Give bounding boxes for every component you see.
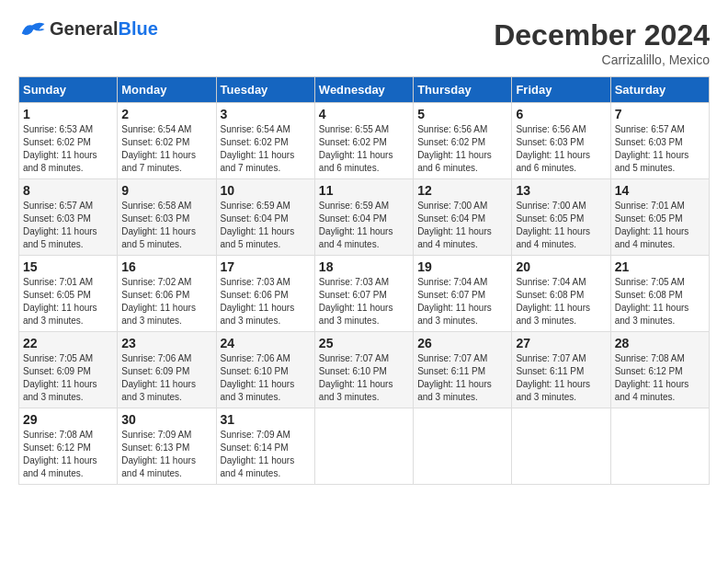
sunset-label: Sunset: 6:04 PM	[319, 213, 387, 224]
day-info: Sunrise: 6:56 AM Sunset: 6:03 PM Dayligh…	[516, 123, 606, 175]
calendar-cell: 2 Sunrise: 6:54 AM Sunset: 6:02 PM Dayli…	[118, 103, 216, 179]
daylight-label: Daylight: 11 hours and 3 minutes.	[23, 379, 97, 402]
daylight-label: Daylight: 11 hours and 5 minutes.	[221, 226, 295, 249]
sunrise-label: Sunrise: 7:08 AM	[23, 430, 93, 440]
day-number: 19	[417, 259, 507, 274]
daylight-label: Daylight: 11 hours and 5 minutes.	[23, 226, 97, 249]
sunset-label: Sunset: 6:14 PM	[221, 442, 289, 453]
sunset-label: Sunset: 6:08 PM	[615, 290, 683, 300]
sunrise-label: Sunrise: 6:53 AM	[23, 124, 93, 134]
calendar-cell: 4 Sunrise: 6:55 AM Sunset: 6:02 PM Dayli…	[314, 103, 413, 179]
day-info: Sunrise: 7:06 AM Sunset: 6:09 PM Dayligh…	[121, 352, 211, 404]
calendar-cell: 12 Sunrise: 7:00 AM Sunset: 6:04 PM Dayl…	[414, 179, 512, 256]
calendar-week-row-5: 29 Sunrise: 7:08 AM Sunset: 6:12 PM Dayl…	[19, 408, 710, 485]
calendar-cell: 25 Sunrise: 7:07 AM Sunset: 6:10 PM Dayl…	[314, 332, 413, 408]
day-info: Sunrise: 7:08 AM Sunset: 6:12 PM Dayligh…	[615, 352, 705, 404]
calendar-cell	[610, 408, 709, 485]
daylight-label: Daylight: 11 hours and 3 minutes.	[319, 303, 393, 326]
daylight-label: Daylight: 11 hours and 3 minutes.	[417, 303, 492, 326]
day-number: 9	[121, 183, 211, 198]
day-info: Sunrise: 7:03 AM Sunset: 6:07 PM Dayligh…	[319, 276, 409, 327]
day-info: Sunrise: 7:09 AM Sunset: 6:13 PM Dayligh…	[121, 429, 211, 480]
col-sunday: Sunday	[19, 77, 118, 103]
day-info: Sunrise: 7:00 AM Sunset: 6:05 PM Dayligh…	[516, 200, 606, 251]
daylight-label: Daylight: 11 hours and 4 minutes.	[221, 455, 295, 478]
day-number: 27	[516, 336, 606, 350]
day-number: 13	[516, 183, 606, 198]
title-area: December 2024 Carrizalillo, Mexico	[494, 18, 710, 67]
logo-icon	[18, 19, 46, 40]
daylight-label: Daylight: 11 hours and 4 minutes.	[615, 226, 689, 249]
sunrise-label: Sunrise: 6:58 AM	[121, 201, 191, 211]
daylight-label: Daylight: 11 hours and 4 minutes.	[23, 455, 97, 478]
calendar-cell: 9 Sunrise: 6:58 AM Sunset: 6:03 PM Dayli…	[118, 179, 216, 256]
location: Carrizalillo, Mexico	[494, 52, 710, 67]
calendar-cell: 22 Sunrise: 7:05 AM Sunset: 6:09 PM Dayl…	[19, 332, 118, 408]
logo: GeneralBlue	[18, 18, 158, 40]
sunrise-label: Sunrise: 7:05 AM	[615, 277, 685, 287]
page-header: GeneralBlue December 2024 Carrizalillo, …	[18, 18, 710, 67]
sunset-label: Sunset: 6:03 PM	[121, 213, 189, 224]
calendar-cell: 24 Sunrise: 7:06 AM Sunset: 6:10 PM Dayl…	[216, 332, 314, 408]
col-friday: Friday	[512, 77, 610, 103]
daylight-label: Daylight: 11 hours and 3 minutes.	[221, 379, 295, 402]
day-info: Sunrise: 7:04 AM Sunset: 6:08 PM Dayligh…	[516, 276, 606, 327]
day-info: Sunrise: 6:59 AM Sunset: 6:04 PM Dayligh…	[221, 200, 311, 251]
day-info: Sunrise: 6:57 AM Sunset: 6:03 PM Dayligh…	[23, 200, 113, 251]
day-number: 21	[615, 259, 705, 274]
day-number: 25	[319, 336, 409, 350]
sunset-label: Sunset: 6:03 PM	[23, 213, 91, 224]
calendar-cell: 20 Sunrise: 7:04 AM Sunset: 6:08 PM Dayl…	[512, 256, 610, 332]
day-info: Sunrise: 7:07 AM Sunset: 6:11 PM Dayligh…	[417, 352, 507, 404]
sunrise-label: Sunrise: 6:54 AM	[221, 124, 290, 134]
day-number: 26	[417, 336, 507, 350]
sunrise-label: Sunrise: 7:09 AM	[121, 430, 191, 440]
day-info: Sunrise: 6:56 AM Sunset: 6:02 PM Dayligh…	[417, 123, 507, 175]
daylight-label: Daylight: 11 hours and 4 minutes.	[615, 379, 689, 402]
sunrise-label: Sunrise: 7:09 AM	[221, 430, 290, 440]
calendar-cell: 3 Sunrise: 6:54 AM Sunset: 6:02 PM Dayli…	[216, 103, 314, 179]
calendar-cell: 31 Sunrise: 7:09 AM Sunset: 6:14 PM Dayl…	[216, 408, 314, 485]
day-info: Sunrise: 7:05 AM Sunset: 6:09 PM Dayligh…	[23, 352, 113, 404]
day-number: 28	[615, 336, 705, 350]
day-number: 17	[221, 259, 311, 274]
sunrise-label: Sunrise: 7:00 AM	[516, 201, 586, 211]
sunset-label: Sunset: 6:02 PM	[319, 137, 387, 147]
daylight-label: Daylight: 11 hours and 3 minutes.	[121, 379, 196, 402]
daylight-label: Daylight: 11 hours and 3 minutes.	[516, 303, 590, 326]
calendar-cell: 18 Sunrise: 7:03 AM Sunset: 6:07 PM Dayl…	[314, 256, 413, 332]
day-info: Sunrise: 7:05 AM Sunset: 6:08 PM Dayligh…	[615, 276, 705, 327]
sunset-label: Sunset: 6:04 PM	[221, 213, 289, 224]
sunrise-label: Sunrise: 6:56 AM	[516, 124, 586, 134]
sunset-label: Sunset: 6:11 PM	[516, 366, 584, 376]
sunset-label: Sunset: 6:02 PM	[23, 137, 91, 147]
calendar-cell: 16 Sunrise: 7:02 AM Sunset: 6:06 PM Dayl…	[118, 256, 216, 332]
daylight-label: Daylight: 11 hours and 5 minutes.	[121, 226, 196, 249]
sunset-label: Sunset: 6:07 PM	[319, 290, 387, 300]
sunset-label: Sunset: 6:06 PM	[221, 290, 289, 300]
calendar-cell: 21 Sunrise: 7:05 AM Sunset: 6:08 PM Dayl…	[610, 256, 709, 332]
sunset-label: Sunset: 6:09 PM	[23, 366, 91, 376]
calendar-week-row-1: 1 Sunrise: 6:53 AM Sunset: 6:02 PM Dayli…	[19, 103, 710, 179]
day-number: 31	[221, 412, 311, 427]
sunrise-label: Sunrise: 7:08 AM	[615, 353, 685, 363]
sunrise-label: Sunrise: 7:01 AM	[23, 277, 93, 287]
sunset-label: Sunset: 6:07 PM	[417, 290, 485, 300]
sunrise-label: Sunrise: 7:04 AM	[516, 277, 586, 287]
day-number: 29	[23, 412, 113, 427]
sunset-label: Sunset: 6:06 PM	[121, 290, 189, 300]
sunset-label: Sunset: 6:02 PM	[121, 137, 189, 147]
calendar-cell: 30 Sunrise: 7:09 AM Sunset: 6:13 PM Dayl…	[118, 408, 216, 485]
sunrise-label: Sunrise: 6:57 AM	[615, 124, 685, 134]
calendar-cell	[314, 408, 413, 485]
calendar-cell	[512, 408, 610, 485]
day-info: Sunrise: 7:07 AM Sunset: 6:11 PM Dayligh…	[516, 352, 606, 404]
day-number: 24	[221, 336, 311, 350]
sunset-label: Sunset: 6:02 PM	[417, 137, 485, 147]
calendar-cell: 11 Sunrise: 6:59 AM Sunset: 6:04 PM Dayl…	[314, 179, 413, 256]
daylight-label: Daylight: 11 hours and 8 minutes.	[23, 150, 97, 173]
sunrise-label: Sunrise: 6:57 AM	[23, 201, 93, 211]
sunset-label: Sunset: 6:13 PM	[121, 442, 189, 453]
sunrise-label: Sunrise: 7:06 AM	[121, 353, 191, 363]
logo-text: GeneralBlue	[50, 18, 158, 40]
